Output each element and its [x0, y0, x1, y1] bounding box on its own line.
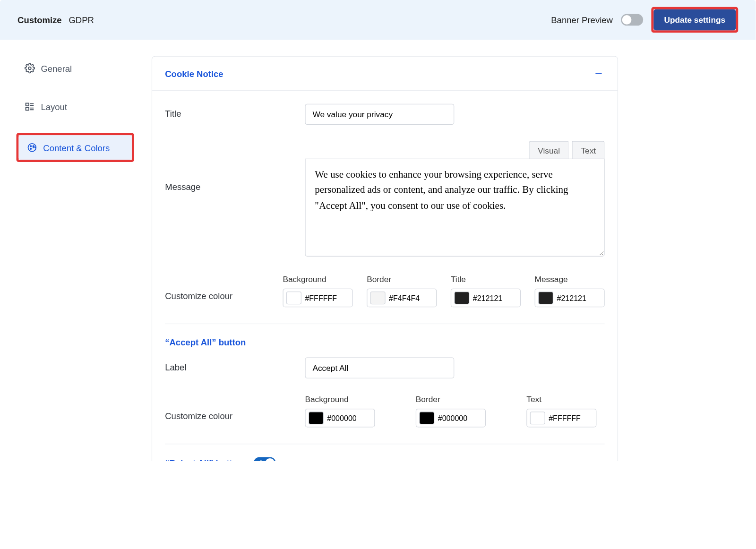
accept-customize-colour-label: Customize colour — [165, 395, 305, 421]
collapse-icon[interactable]: − — [593, 67, 605, 80]
sidebar-item-general[interactable]: General — [17, 56, 134, 80]
svg-point-8 — [30, 146, 31, 146]
colour-background-label: Background — [283, 274, 352, 284]
accept-label-input[interactable] — [305, 357, 454, 378]
layout-icon — [25, 102, 35, 112]
panel-title: Cookie Notice — [165, 69, 223, 78]
svg-point-0 — [28, 67, 31, 70]
breadcrumb-customize: Customize — [17, 15, 62, 25]
title-field-label: Title — [165, 104, 305, 119]
palette-icon — [27, 142, 37, 153]
accept-all-section-title: “Accept All” button — [165, 337, 604, 347]
accept-border-label: Border — [416, 395, 486, 404]
tab-visual[interactable]: Visual — [529, 141, 569, 159]
accept-background-label: Background — [305, 395, 375, 404]
customize-colour-label: Customize colour — [165, 274, 283, 301]
highlight-box: Update settings — [651, 7, 738, 33]
accept-text-label: Text — [526, 395, 596, 404]
accept-background-input[interactable] — [305, 409, 375, 427]
sidebar-item-layout[interactable]: Layout — [17, 94, 134, 119]
sidebar: General Layout Content & Colors — [0, 56, 140, 461]
breadcrumb: Customize GDPR — [17, 15, 94, 25]
svg-point-10 — [30, 148, 31, 149]
accept-label-label: Label — [165, 357, 305, 372]
accept-text-input[interactable] — [526, 409, 596, 427]
colour-border-label: Border — [367, 274, 437, 284]
sidebar-item-label: General — [41, 63, 72, 73]
cookie-notice-panel: Cookie Notice − Title Message — [152, 56, 618, 461]
tab-text[interactable]: Text — [572, 141, 605, 159]
message-textarea[interactable] — [305, 159, 604, 257]
gear-icon — [25, 63, 35, 73]
reject-all-toggle[interactable]: ✓ — [253, 457, 275, 461]
sidebar-item-content-colors[interactable]: Content & Colors — [18, 135, 131, 160]
breadcrumb-gdpr: GDPR — [69, 15, 94, 25]
svg-point-9 — [33, 146, 34, 146]
accept-border-input[interactable] — [416, 409, 486, 427]
svg-rect-4 — [26, 108, 29, 111]
highlight-box: Content & Colors — [17, 133, 134, 162]
message-field-label: Message — [165, 141, 305, 192]
colour-background-input[interactable] — [283, 289, 352, 307]
sidebar-item-label: Layout — [41, 102, 67, 112]
banner-preview-toggle[interactable] — [621, 14, 643, 26]
banner-preview-label: Banner Preview — [551, 15, 613, 25]
update-settings-button[interactable]: Update settings — [653, 9, 736, 30]
title-input[interactable] — [305, 104, 454, 125]
svg-rect-1 — [26, 103, 29, 106]
colour-message-input[interactable] — [535, 289, 605, 307]
colour-border-input[interactable] — [367, 289, 437, 307]
colour-title-label: Title — [451, 274, 521, 284]
sidebar-item-label: Content & Colors — [43, 143, 110, 153]
colour-message-label: Message — [535, 274, 605, 284]
colour-title-input[interactable] — [451, 289, 521, 307]
topbar: Customize GDPR Banner Preview Update set… — [0, 0, 756, 40]
reject-all-section-title: “Reject All” button — [165, 458, 243, 461]
